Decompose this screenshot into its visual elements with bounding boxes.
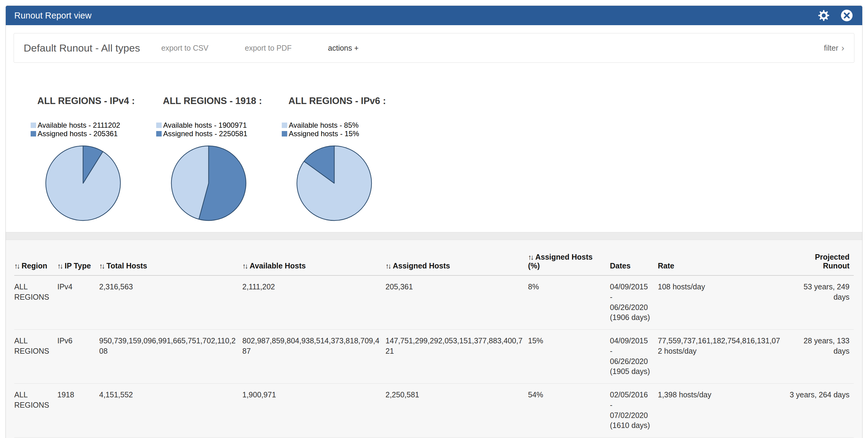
export-csv-button[interactable]: export to CSV	[161, 44, 209, 53]
legend-item: Available hosts - 1900971	[156, 121, 282, 129]
cell-ip-type: 1918	[57, 384, 99, 438]
column-label: Rate	[658, 261, 674, 270]
chart-title: ALL REGIONS - IPv4 :	[31, 96, 156, 106]
legend-label: Available hosts - 85%	[289, 121, 359, 129]
column-label: Available Hosts	[250, 261, 306, 270]
cell-region: ALL REGIONS	[14, 275, 57, 330]
cell-projected-runout: 3 years, 264 days	[787, 384, 854, 438]
column-header-available-hosts[interactable]: ↑↓Available Hosts	[242, 247, 385, 275]
legend-swatch	[31, 123, 36, 128]
pie-chart-block: ALL REGIONS - IPv6 : Available hosts - 8…	[282, 96, 407, 224]
column-header-region[interactable]: ↑↓Region	[14, 247, 57, 275]
cell-region: ALL REGIONS	[14, 384, 57, 438]
cell-assigned-hosts: 147,751,299,292,053,151,377,883,400,721	[385, 330, 528, 384]
legend-label: Assigned hosts - 2250581	[163, 129, 247, 138]
chart-legend: Available hosts - 85%Assigned hosts - 15…	[282, 121, 407, 138]
legend-item: Assigned hosts - 2250581	[156, 129, 282, 138]
cell-rate: 1,398 hosts/day	[658, 384, 787, 438]
cell-available-hosts: 2,111,202	[242, 275, 385, 330]
legend-swatch	[282, 123, 287, 128]
cell-total-hosts: 2,316,563	[99, 275, 242, 330]
title-bar: Runout Report view	[6, 6, 862, 25]
window-title: Runout Report view	[14, 11, 817, 21]
pie-chart	[294, 144, 407, 224]
column-header-assigned-hosts[interactable]: ↑↓Assigned Hosts	[385, 247, 528, 275]
section-divider	[6, 232, 862, 240]
chevron-right-icon: ›	[841, 43, 844, 53]
cell-ip-type: IPv6	[57, 330, 99, 384]
legend-swatch	[282, 131, 287, 136]
column-label: Assigned Hosts	[393, 261, 450, 270]
cell-region: ALL REGIONS	[14, 330, 57, 384]
cell-assigned-hosts: 2,250,581	[385, 384, 528, 438]
cell-assigned-hosts: 205,361	[385, 275, 528, 330]
runout-table-section: ↑↓Region↑↓IP Type↑↓Total Hosts↑↓Availabl…	[6, 240, 862, 438]
column-header-dates: Dates	[610, 247, 658, 275]
column-header-total-hosts[interactable]: ↑↓Total Hosts	[99, 247, 242, 275]
close-icon[interactable]	[840, 8, 854, 23]
legend-label: Assigned hosts - 15%	[289, 129, 359, 138]
report-toolbar: Default Runout - All types export to CSV…	[14, 33, 854, 63]
runout-report-window: Runout Report view	[5, 5, 863, 438]
cell-assigned-hosts: 15%	[528, 330, 610, 384]
table-row: ALL REGIONS19184,151,5521,900,9712,250,5…	[14, 384, 854, 438]
settings-gear-icon[interactable]	[817, 8, 831, 23]
sort-icon: ↑↓	[242, 262, 247, 270]
sort-icon: ↑↓	[99, 262, 104, 270]
column-header-assigned-hosts[interactable]: ↑↓Assigned Hosts (%)	[528, 247, 610, 275]
cell-rate: 77,559,737,161,182,754,816,131,072 hosts…	[658, 330, 787, 384]
legend-label: Assigned hosts - 205361	[38, 129, 118, 138]
export-pdf-button[interactable]: export to PDF	[245, 44, 291, 53]
pie-chart	[169, 144, 282, 224]
actions-menu-button[interactable]: actions +	[328, 44, 359, 53]
cell-dates: 02/05/2016-07/02/2020(1610 days)	[610, 384, 658, 438]
title-bar-icons	[817, 8, 854, 23]
chart-title: ALL REGIONS - 1918 :	[156, 96, 282, 106]
pie-chart	[43, 144, 156, 224]
cell-rate: 108 hosts/day	[658, 275, 787, 330]
cell-assigned-hosts: 8%	[528, 275, 610, 330]
pie-charts-row: ALL REGIONS - IPv4 : Available hosts - 2…	[6, 63, 862, 232]
chart-legend: Available hosts - 2111202Assigned hosts …	[31, 121, 156, 138]
cell-total-hosts: 4,151,552	[99, 384, 242, 438]
column-header-rate: Rate	[658, 247, 787, 275]
runout-table: ↑↓Region↑↓IP Type↑↓Total Hosts↑↓Availabl…	[14, 247, 854, 438]
filter-toggle[interactable]: filter ›	[824, 43, 844, 53]
cell-available-hosts: 802,987,859,804,938,514,373,818,709,487	[242, 330, 385, 384]
cell-projected-runout: 28 years, 133 days	[787, 330, 854, 384]
column-label: Dates	[610, 261, 630, 270]
cell-total-hosts: 950,739,159,096,991,665,751,702,110,208	[99, 330, 242, 384]
cell-ip-type: IPv4	[57, 275, 99, 330]
table-header-row: ↑↓Region↑↓IP Type↑↓Total Hosts↑↓Availabl…	[14, 247, 854, 275]
pie-chart-block: ALL REGIONS - IPv4 : Available hosts - 2…	[31, 96, 156, 224]
legend-label: Available hosts - 1900971	[163, 121, 247, 129]
filter-label: filter	[824, 44, 838, 53]
legend-item: Assigned hosts - 205361	[31, 129, 156, 138]
legend-swatch	[31, 131, 36, 136]
column-label: Total Hosts	[106, 261, 147, 270]
legend-swatch	[156, 123, 162, 128]
cell-assigned-hosts: 54%	[528, 384, 610, 438]
cell-projected-runout: 53 years, 249 days	[787, 275, 854, 330]
sort-icon: ↑↓	[385, 262, 390, 270]
table-body: ALL REGIONSIPv42,316,5632,111,202205,361…	[14, 275, 854, 438]
legend-item: Available hosts - 85%	[282, 121, 407, 129]
table-row: ALL REGIONSIPv42,316,5632,111,202205,361…	[14, 275, 854, 330]
sort-icon: ↑↓	[528, 253, 533, 261]
column-label: Region	[22, 261, 47, 270]
column-label: Assigned Hosts (%)	[528, 253, 593, 270]
chart-title: ALL REGIONS - IPv6 :	[282, 96, 407, 106]
column-header-ip-type[interactable]: ↑↓IP Type	[57, 247, 99, 275]
pie-chart-block: ALL REGIONS - 1918 : Available hosts - 1…	[156, 96, 282, 224]
table-row: ALL REGIONSIPv6950,739,159,096,991,665,7…	[14, 330, 854, 384]
legend-swatch	[156, 131, 162, 136]
sort-icon: ↑↓	[14, 262, 19, 270]
legend-item: Assigned hosts - 15%	[282, 129, 407, 138]
cell-available-hosts: 1,900,971	[242, 384, 385, 438]
column-label: Projected Runout	[815, 253, 849, 270]
report-title: Default Runout - All types	[24, 42, 140, 54]
sort-icon: ↑↓	[57, 262, 62, 270]
chart-legend: Available hosts - 1900971Assigned hosts …	[156, 121, 282, 138]
column-header-projected-runout: Projected Runout	[787, 247, 854, 275]
column-label: IP Type	[65, 261, 91, 270]
